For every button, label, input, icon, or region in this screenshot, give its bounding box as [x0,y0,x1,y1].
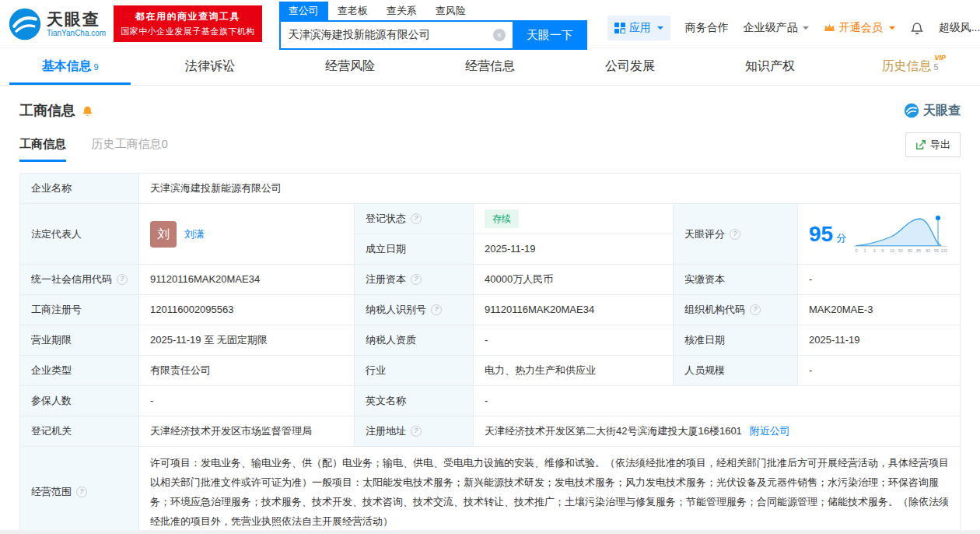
app-grid-icon [614,23,625,33]
help-icon[interactable]: ? [411,426,422,437]
reg-number-label: 工商注册号 [20,295,139,325]
legal-rep-avatar[interactable]: 刘 [150,221,177,248]
table-row: 营业期限 2025-11-19 至 无固定期限 纳税人资质 - 核准日期 202… [20,325,960,356]
svg-text:85: 85 [916,248,921,253]
approval-date-label: 核准日期 [674,325,798,356]
clear-search-icon[interactable]: × [493,29,506,41]
help-icon[interactable]: ? [750,304,761,315]
reg-capital-label: 注册资本? [355,265,474,295]
reg-address-label: 注册地址? [355,416,474,447]
notification-bell-icon[interactable] [910,21,924,35]
help-icon[interactable]: ? [76,487,87,497]
help-icon[interactable]: ? [411,274,422,285]
tab-history-business-info[interactable]: 历史工商信息0 [91,137,167,160]
svg-text:95: 95 [934,248,939,253]
svg-text:0: 0 [856,248,858,253]
help-icon[interactable]: ? [431,304,442,315]
promo-badge: 都在用的商业查询工具 国家中小企业发展子基金旗下机构 [114,5,262,42]
svg-text:50: 50 [898,248,903,253]
credit-code-label: 统一社会信用代码? [20,265,139,295]
apps-menu-button[interactable]: 应用 [607,16,670,40]
menu-enterprise-products[interactable]: 企业级产品 [744,21,809,35]
search-input[interactable] [279,20,513,50]
chevron-down-icon [803,26,809,33]
vip-badge: VIP [934,54,946,61]
svg-text:80: 80 [908,248,912,253]
svg-text:10: 10 [890,248,894,253]
business-info-table: 企业名称 天津滨海建投新能源有限公司 法定代表人 刘 刘潇 登记状态? 存续 天… [19,173,961,534]
logo-title: 天眼查 [47,10,106,28]
top-header: 天眼查 TianYanCha.com 都在用的商业查询工具 国家中小企业发展子基… [0,0,980,48]
table-row: 企业类型 有限责任公司 行业 电力、热力生产和供应业 人员规模 - [20,356,960,386]
basic-info-count: 9 [93,62,98,72]
main-content: 工商信息 天眼查 工商信息 历史工商信息0 导出 [0,101,980,534]
org-code-label: 组织机构代码? [674,295,798,325]
svg-text:90: 90 [926,248,930,253]
reg-number-value: 120116002095563 [139,295,355,325]
company-type-value: 有限责任公司 [139,356,355,386]
announcement-icon [81,104,94,118]
header-menu: 应用 商务合作 企业级产品 开通会员 超级风... [607,16,980,40]
legal-rep-label: 法定代表人 [20,204,139,265]
score-number: 95 [809,218,833,251]
paid-capital-value: - [798,265,960,295]
taxpayer-id-label: 纳税人识别号? [355,295,474,325]
page-bottom-strip [0,530,980,534]
nav-tab-operating-risk[interactable]: 经营风险 [280,48,420,85]
help-icon[interactable]: ? [411,213,422,224]
org-code-value: MAK20MAE-3 [798,295,960,325]
nav-tab-history-info[interactable]: VIP 历史信息 5 [840,48,980,85]
search-tab-company[interactable]: 查公司 [279,2,328,20]
english-name-value: - [474,386,960,416]
promo-line2: 国家中小企业发展子基金旗下机构 [121,26,255,37]
search-tab-relation[interactable]: 查关系 [377,2,426,20]
taxpayer-quality-value: - [474,325,674,356]
tab-business-info[interactable]: 工商信息 [19,137,66,162]
nav-tab-basic-info[interactable]: 基本信息 9 [0,48,140,85]
watermark-logo-icon [904,103,919,118]
nav-tab-legal-litigation[interactable]: 法律诉讼 [140,48,280,85]
insured-count-label: 参保人数 [20,386,139,416]
menu-super-risk[interactable]: 超级风... [939,21,980,35]
search-button[interactable]: 天眼一下 [513,20,587,50]
reg-address-value: 天津经济技术开发区第二大街42号滨海建投大厦16楼1601 附近公司 [474,416,960,447]
industry-value: 电力、热力生产和供应业 [474,356,674,386]
chevron-down-icon [889,26,895,33]
company-type-label: 企业类型 [20,356,139,386]
search-tab-risk[interactable]: 查风险 [426,2,475,20]
table-row: 法定代表人 刘 刘潇 登记状态? 存续 天眼评分? 95 分 [20,204,960,265]
business-scope-label: 经营范围? [20,447,139,534]
legal-rep-value: 刘 刘潇 [139,204,355,265]
tianyancha-logo[interactable]: 天眼查 TianYanCha.com [8,7,106,41]
legal-rep-link[interactable]: 刘潇 [184,227,205,242]
table-row: 登记机关 天津经济技术开发区市场监督管理局 注册地址? 天津经济技术开发区第二大… [20,416,960,447]
search-tabs: 查公司 查老板 查关系 查风险 [279,2,587,20]
nav-tab-intellectual-property[interactable]: 知识产权 [700,48,840,85]
nav-tab-company-development[interactable]: 公司发展 [560,48,700,85]
svg-text:5: 5 [882,248,884,253]
svg-text:3: 3 [873,248,876,253]
score-distribution-chart: 0 1 3 5 10 50 80 85 90 95 100 [854,213,947,255]
taxpayer-quality-label: 纳税人资质 [355,325,474,356]
reg-authority-value: 天津经济技术开发区市场监督管理局 [139,416,355,447]
help-icon[interactable]: ? [730,229,740,240]
search-tab-boss[interactable]: 查老板 [328,2,377,20]
history-info-count: 5 [933,62,938,72]
export-icon [915,139,926,150]
score-unit: 分 [836,230,846,246]
menu-open-membership[interactable]: 开通会员 [824,21,895,35]
company-name-value: 天津滨海建投新能源有限公司 [139,174,960,204]
chevron-down-icon [657,26,663,33]
section-title: 工商信息 [19,101,75,120]
tianyancha-watermark: 天眼查 [904,103,961,119]
approval-date-value: 2025-11-19 [798,325,960,356]
menu-business-cooperation[interactable]: 商务合作 [685,21,729,35]
nav-tab-operating-info[interactable]: 经营信息 [420,48,560,85]
help-icon[interactable]: ? [117,274,128,285]
svg-text:100: 100 [941,248,948,253]
business-term-label: 营业期限 [20,325,139,356]
staff-size-label: 人员规模 [674,356,798,386]
export-button[interactable]: 导出 [905,132,961,157]
nearby-companies-link[interactable]: 附近公司 [750,423,790,439]
insured-count-value: - [139,386,355,416]
